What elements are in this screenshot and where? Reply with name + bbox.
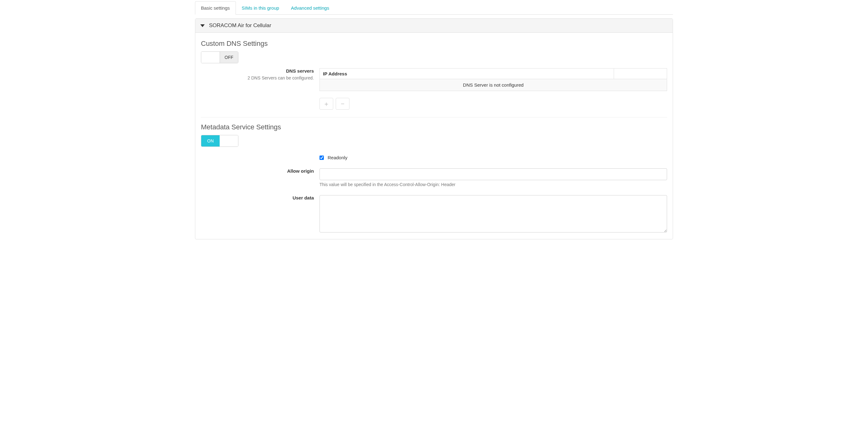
toggle-metadata-service[interactable]: ON bbox=[201, 135, 238, 147]
tab-sims-in-group[interactable]: SIMs in this group bbox=[236, 1, 285, 15]
dns-servers-table: IP Address DNS Server is not configured bbox=[319, 68, 667, 91]
tab-bar: Basic settings SIMs in this group Advanc… bbox=[195, 1, 673, 15]
accordion-header-soracom-air[interactable]: SORACOM Air for Cellular bbox=[195, 19, 673, 33]
label-allow-origin: Allow origin bbox=[201, 168, 314, 174]
hint-dns-servers: 2 DNS Servers can be configured. bbox=[201, 75, 314, 80]
help-allow-origin: This value will be specified in the Acce… bbox=[319, 182, 667, 187]
toggle-metadata-blank bbox=[220, 135, 238, 146]
readonly-checkbox[interactable] bbox=[319, 156, 324, 160]
label-user-data: User data bbox=[201, 195, 314, 200]
toggle-custom-dns[interactable]: OFF bbox=[201, 52, 238, 63]
panel-body: Custom DNS Settings OFF DNS servers 2 DN… bbox=[195, 33, 673, 239]
tab-advanced-settings[interactable]: Advanced settings bbox=[285, 1, 335, 15]
section-divider bbox=[201, 117, 667, 118]
user-data-textarea[interactable] bbox=[319, 195, 667, 233]
minus-icon: − bbox=[341, 101, 344, 107]
section-title-metadata: Metadata Service Settings bbox=[201, 123, 667, 131]
chevron-down-icon bbox=[200, 24, 205, 27]
add-dns-server-button[interactable]: ＋ bbox=[319, 98, 333, 110]
readonly-label: Readonly bbox=[328, 155, 347, 160]
dns-table-header-actions bbox=[614, 69, 667, 79]
plus-icon: ＋ bbox=[323, 101, 330, 107]
dns-table-empty: DNS Server is not configured bbox=[320, 79, 667, 91]
allow-origin-input[interactable] bbox=[319, 168, 667, 180]
toggle-custom-dns-off-label: OFF bbox=[220, 52, 238, 63]
accordion-title: SORACOM Air for Cellular bbox=[209, 23, 271, 29]
toggle-metadata-on-label: ON bbox=[201, 135, 220, 146]
readonly-checkbox-row[interactable]: Readonly bbox=[319, 155, 667, 160]
toggle-custom-dns-blank bbox=[201, 52, 220, 63]
remove-dns-server-button[interactable]: − bbox=[336, 98, 349, 110]
tab-basic-settings[interactable]: Basic settings bbox=[195, 1, 236, 15]
dns-table-header-ip: IP Address bbox=[320, 69, 614, 79]
section-title-dns: Custom DNS Settings bbox=[201, 40, 667, 48]
label-dns-servers: DNS servers bbox=[201, 68, 314, 73]
accordion-soracom-air: SORACOM Air for Cellular Custom DNS Sett… bbox=[195, 19, 673, 239]
